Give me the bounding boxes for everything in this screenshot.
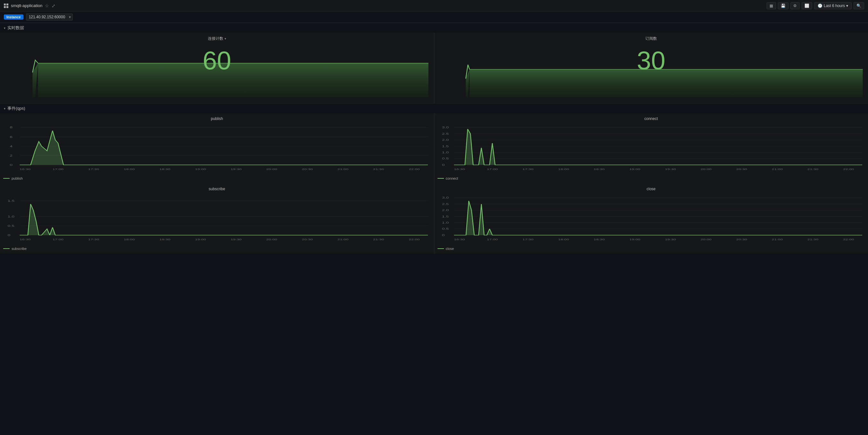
publish-title: publish [3, 117, 431, 121]
events-panels-row1: publish 8 6 4 2 0 16:30 17:00 17:30 18:0… [0, 113, 868, 184]
svg-text:4: 4 [10, 145, 13, 148]
close-panel: close 3.0 2.5 2.0 1.5 1.0 0.5 0 16:30 17… [434, 184, 868, 254]
svg-text:1.5: 1.5 [442, 145, 448, 148]
zoom-button[interactable]: 🔍 [854, 2, 864, 9]
svg-text:3.0: 3.0 [442, 196, 448, 199]
section-events-label: 事件(qps) [7, 105, 25, 111]
connect-panel: connect 3.0 2.5 2.0 1.5 1.0 0.5 0 16:30 … [434, 113, 868, 184]
svg-text:21:00: 21:00 [337, 238, 348, 241]
svg-text:21:00: 21:00 [337, 168, 348, 170]
svg-text:19:30: 19:30 [230, 238, 242, 241]
settings-button[interactable]: ⚙ [790, 2, 800, 9]
svg-text:17:00: 17:00 [487, 168, 497, 170]
svg-text:18:00: 18:00 [124, 238, 135, 241]
share-icon[interactable]: ⤢ [52, 3, 56, 8]
time-range-button[interactable]: 🕐 Last 6 hours ▾ [814, 2, 851, 9]
topbar-right: ▦ 💾 ⚙ ⬜ 🕐 Last 6 hours ▾ 🔍 [767, 2, 864, 9]
svg-text:18:30: 18:30 [593, 168, 604, 170]
instance-select-wrap[interactable]: 121.40.92.152:60000 [26, 13, 73, 21]
svg-text:20:30: 20:30 [736, 168, 747, 170]
svg-text:19:00: 19:00 [629, 168, 640, 170]
close-legend-line [437, 248, 444, 249]
svg-text:1.0: 1.0 [442, 151, 448, 154]
realtime-panels: 连接计数 ▾ 60 订阅数 30 [0, 33, 868, 103]
svg-text:20:00: 20:00 [266, 168, 277, 170]
close-legend-label: close [446, 247, 454, 251]
svg-text:21:00: 21:00 [772, 238, 783, 241]
svg-text:0: 0 [8, 234, 10, 237]
svg-text:21:30: 21:30 [373, 238, 384, 241]
section-events[interactable]: ▾ 事件(qps) [0, 103, 868, 113]
svg-text:6: 6 [10, 135, 13, 138]
save-button[interactable]: 💾 [778, 2, 788, 9]
svg-text:18:00: 18:00 [558, 168, 569, 170]
subscriptions-title: 订阅数 [437, 36, 865, 41]
connect-chart: 3.0 2.5 2.0 1.5 1.0 0.5 0 16:30 17:00 17… [437, 123, 865, 174]
filterbar: Instance 121.40.92.152:60000 [0, 11, 868, 23]
svg-text:20:30: 20:30 [302, 238, 313, 241]
svg-text:0.5: 0.5 [442, 227, 448, 231]
svg-text:18:30: 18:30 [593, 238, 604, 241]
svg-text:17:30: 17:30 [522, 238, 533, 241]
svg-text:17:30: 17:30 [522, 168, 533, 170]
svg-text:0: 0 [442, 234, 444, 237]
chevron-down-icon: ▾ [846, 3, 848, 8]
svg-text:16:30: 16:30 [20, 238, 30, 241]
instance-select[interactable]: 121.40.92.152:60000 [26, 13, 73, 21]
svg-text:0.5: 0.5 [8, 224, 14, 227]
star-icon[interactable]: ☆ [45, 3, 49, 8]
close-legend: close [437, 247, 865, 251]
section-realtime[interactable]: ▾ 实时数据 [0, 23, 868, 33]
section-realtime-label: 实时数据 [7, 25, 24, 31]
svg-text:20:30: 20:30 [302, 168, 313, 170]
section-chevron-events: ▾ [4, 107, 5, 111]
svg-text:20:00: 20:00 [701, 168, 711, 170]
connections-value: 60 [3, 48, 431, 73]
svg-marker-89 [454, 201, 862, 235]
svg-text:1.0: 1.0 [442, 221, 448, 224]
chart-view-button[interactable]: ▦ [767, 2, 776, 9]
svg-text:22:00: 22:00 [409, 168, 420, 170]
svg-text:1.0: 1.0 [8, 215, 14, 218]
svg-text:20:30: 20:30 [736, 238, 747, 241]
svg-text:1.5: 1.5 [8, 199, 14, 203]
svg-text:3.0: 3.0 [442, 126, 448, 129]
svg-text:17:00: 17:00 [53, 238, 63, 241]
svg-text:17:30: 17:30 [88, 238, 99, 241]
svg-text:16:30: 16:30 [454, 238, 465, 241]
publish-legend: publish [3, 177, 431, 180]
connections-panel: 连接计数 ▾ 60 [0, 33, 434, 103]
app-icon [4, 3, 8, 8]
svg-text:0: 0 [442, 163, 444, 166]
instance-label: Instance [4, 14, 23, 20]
close-title: close [437, 187, 865, 191]
search-icon: 🔍 [857, 3, 861, 8]
connections-title: 连接计数 ▾ [3, 36, 431, 41]
svg-text:19:00: 19:00 [195, 168, 206, 170]
subscribe-chart: 1.5 1.0 0.5 0 16:30 17:00 17:30 18:00 18… [3, 193, 431, 244]
publish-chart: 8 6 4 2 0 16:30 17:00 17:30 18:00 18:30 … [3, 123, 431, 174]
svg-text:20:00: 20:00 [701, 238, 711, 241]
tv-button[interactable]: ⬜ [802, 2, 812, 9]
tv-icon: ⬜ [805, 3, 809, 8]
svg-text:8: 8 [10, 126, 13, 129]
svg-text:21:30: 21:30 [373, 168, 384, 170]
subscribe-panel: subscribe 1.5 1.0 0.5 0 16:30 17:00 17:3… [0, 184, 434, 254]
svg-text:19:30: 19:30 [664, 238, 676, 241]
svg-text:22:00: 22:00 [409, 238, 420, 241]
svg-text:19:30: 19:30 [664, 168, 676, 170]
svg-text:19:00: 19:00 [629, 238, 640, 241]
svg-text:19:00: 19:00 [195, 238, 206, 241]
connections-chevron: ▾ [224, 37, 226, 40]
svg-text:21:30: 21:30 [807, 238, 818, 241]
svg-text:18:30: 18:30 [159, 238, 170, 241]
svg-text:17:00: 17:00 [487, 238, 497, 241]
svg-text:18:30: 18:30 [159, 168, 170, 170]
svg-text:18:00: 18:00 [124, 168, 135, 170]
subscribe-legend-line [3, 248, 10, 249]
svg-text:18:00: 18:00 [558, 238, 569, 241]
svg-text:2.5: 2.5 [442, 203, 448, 206]
connect-title: connect [437, 117, 865, 121]
chart-icon: ▦ [770, 3, 773, 8]
svg-text:20:00: 20:00 [266, 238, 277, 241]
